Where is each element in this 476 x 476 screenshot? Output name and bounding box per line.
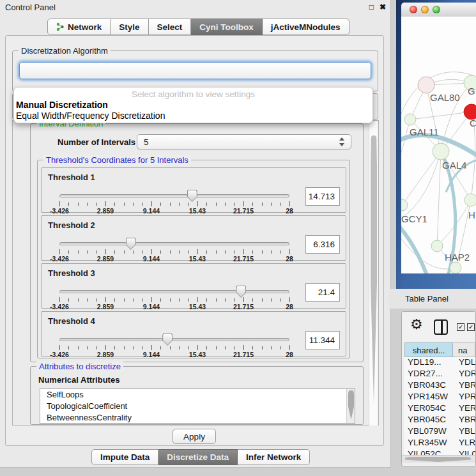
slider-thumb[interactable] [236, 286, 246, 298]
column-header-shared-name[interactable]: shared... [404, 342, 453, 357]
group-title: Attributes to discretize [36, 362, 123, 371]
threshold-slider[interactable]: -3.4262.8599.14415.4321.71528 [59, 240, 289, 259]
table-row[interactable]: YIL052CYIL0 [404, 449, 475, 455]
table-row[interactable]: YPR145WYPR1 [404, 392, 475, 403]
horizontal-scrollbar[interactable] [402, 455, 475, 463]
attributes-group: Attributes to discretize Numerical Attri… [30, 366, 364, 425]
table-row[interactable]: YBR043CYBR0 [404, 380, 475, 392]
slider-track[interactable] [59, 338, 289, 341]
dropdown-option-manual[interactable]: Manual Discretization [16, 100, 108, 110]
float-window-icon[interactable]: □ [369, 3, 374, 12]
discretization-algorithm-group: Discretization Algorithm [12, 50, 378, 91]
num-intervals-combo[interactable]: 5 [137, 134, 351, 150]
slider-track[interactable] [59, 290, 289, 293]
table-row[interactable]: YBL079WYBL0 [404, 426, 475, 438]
threshold-label: Threshold 4 [48, 316, 95, 326]
scrollbar-thumb[interactable] [371, 135, 377, 404]
table-header: shared... na [404, 342, 475, 357]
stepper-icon [339, 137, 345, 146]
window-title: Control Panel [5, 3, 56, 12]
threshold-label: Threshold 3 [48, 268, 95, 278]
attribute-item[interactable]: TopologicalCoefficient [40, 401, 355, 412]
tab-impute-data[interactable]: Impute Data [91, 449, 158, 465]
node-label: H [468, 210, 475, 220]
tab-style[interactable]: Style [111, 19, 148, 35]
algorithm-dropdown-popup: Select algorithm to view settings Manual… [13, 87, 373, 123]
node-gal80[interactable] [418, 77, 434, 93]
interval-definition-group: Interval Definition Number of Intervals … [30, 123, 364, 362]
slider-track[interactable] [59, 194, 289, 197]
dropdown-option-equal-width[interactable]: Equal Width/Frequency Discretization [16, 111, 165, 121]
table-panel-titlebar: Table Panel [389, 289, 476, 309]
attribute-item[interactable]: BetweennessCentrality [40, 412, 355, 424]
close-window-icon[interactable]: ✖ [380, 3, 386, 12]
tab-label: Cyni Toolbox [199, 22, 254, 32]
control-panel-window: Control Panel □ ✖ Network Style Select C… [0, 0, 391, 468]
network-icon [56, 22, 65, 31]
node-label: GAL80 [430, 92, 460, 103]
group-title: Threshold's Coordinates for 5 Intervals [43, 155, 191, 165]
checkbox-icon[interactable]: ✓ [457, 323, 464, 331]
table-row[interactable]: YDL19...YDL1 [404, 357, 475, 369]
tab-jactivemnodules[interactable]: jActiveMNodules [263, 19, 349, 35]
numerical-attributes-list[interactable]: SelfLoopsTopologicalCoefficientBetweenne… [40, 388, 355, 424]
node-gal4[interactable] [433, 143, 449, 160]
slider-thumb[interactable] [126, 238, 136, 250]
node-gcy1[interactable] [401, 199, 408, 211]
scrollbar-thumb[interactable] [348, 390, 354, 420]
table-panel-title: Table Panel [405, 294, 449, 303]
threshold-value-field[interactable]: 14.713 [305, 187, 340, 206]
table-row[interactable]: YDR27...YDR2 [404, 369, 475, 380]
slider-tick-labels: -3.4262.8599.14415.4321.71528 [59, 207, 289, 215]
numerical-attributes-label: Numerical Attributes [38, 375, 119, 385]
tab-network[interactable]: Network [47, 19, 111, 35]
close-traffic-light-icon[interactable] [410, 6, 417, 13]
threshold-value-field[interactable]: 21.4 [305, 283, 340, 302]
slider-thumb[interactable] [162, 334, 173, 346]
slider-thumb[interactable] [187, 190, 197, 202]
threshold-label: Threshold 1 [48, 173, 95, 182]
algorithm-combo[interactable] [19, 62, 371, 79]
tab-label: jActiveMNodules [271, 22, 341, 32]
node-label: G [468, 86, 475, 96]
threshold-slider[interactable]: -3.4262.8599.14415.4321.71528 [59, 335, 289, 355]
node-gal11[interactable] [404, 114, 416, 125]
attribute-item[interactable]: SelfLoops [40, 389, 355, 401]
slider-track[interactable] [59, 242, 289, 245]
top-tab-bar: Network Style Select Cyni Toolbox jActiv… [47, 19, 349, 35]
attributes-scrollbar[interactable] [346, 389, 355, 423]
scrollbar-thumb[interactable] [405, 457, 471, 462]
threshold-list: Threshold 1 -3.4262.8599.14415.4321.7152… [41, 167, 346, 359]
node-label: GAL11 [410, 127, 439, 137]
tab-discretize-data[interactable]: Discretize Data [158, 449, 238, 465]
bottom-tab-bar: Impute Data Discretize Data Infer Networ… [91, 449, 310, 465]
threshold-value-field[interactable]: 6.316 [305, 235, 340, 254]
node-partial-bottom[interactable] [450, 262, 461, 273]
num-intervals-value: 5 [144, 137, 149, 147]
num-intervals-label: Number of Intervals [58, 137, 135, 147]
threshold-value-field[interactable]: 11.344 [305, 331, 340, 349]
network-canvas[interactable]: GAL80 G C GAL11 GAL4 GCY1 H HAP2 [401, 17, 476, 273]
threshold-slider[interactable]: -3.4262.8599.14415.4321.71528 [59, 288, 289, 307]
checkbox-icon[interactable]: ✓ [467, 323, 475, 331]
table-row[interactable]: YER054CYER0 [404, 403, 475, 415]
column-layout-icon[interactable] [434, 319, 448, 335]
threshold-slider[interactable]: -3.4262.8599.14415.4321.71528 [59, 192, 289, 211]
node-table-body[interactable]: YDL19...YDL1YDR27...YDR2YBR043CYBR0YPR14… [404, 357, 475, 455]
column-header-name[interactable]: na [453, 342, 475, 357]
slider-tick-labels: -3.4262.8599.14415.4321.71528 [59, 255, 289, 263]
node-hap2[interactable] [431, 240, 443, 252]
minimize-traffic-light-icon[interactable] [421, 6, 429, 13]
slider-ticks [59, 201, 289, 207]
vertical-scrollbar[interactable] [369, 121, 378, 426]
gear-icon[interactable]: ⚙ [410, 316, 423, 333]
zoom-traffic-light-icon[interactable] [433, 6, 440, 13]
tab-cyni-toolbox[interactable]: Cyni Toolbox [191, 19, 263, 35]
table-row[interactable]: YLR345WYLR3 [404, 438, 475, 449]
apply-button[interactable]: Apply [173, 429, 216, 444]
tab-infer-network[interactable]: Infer Network [238, 449, 310, 465]
tab-select[interactable]: Select [149, 19, 192, 35]
slider-tick-labels: -3.4262.8599.14415.4321.71528 [59, 303, 289, 311]
node-partial-right[interactable] [464, 194, 476, 206]
table-row[interactable]: YBR045CYBR0 [404, 415, 475, 426]
